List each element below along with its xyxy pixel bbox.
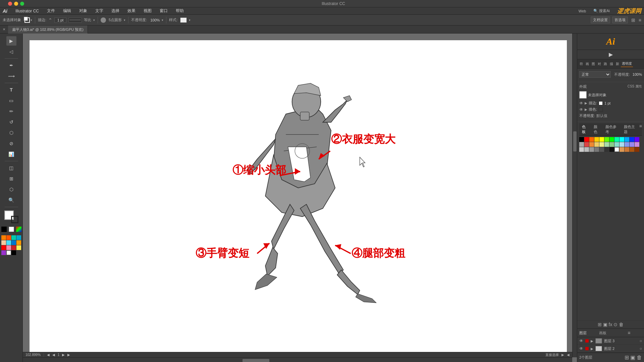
swatch-16[interactable] bbox=[599, 142, 604, 147]
swatch-23[interactable] bbox=[635, 142, 639, 147]
swatch-teal[interactable] bbox=[11, 235, 16, 240]
tab-swatches[interactable]: 色板 bbox=[579, 123, 591, 135]
tab-color-themes[interactable]: 颜色主题 bbox=[621, 123, 639, 135]
vertical-scroll-thumb[interactable] bbox=[573, 131, 577, 152]
align-panel-btn[interactable]: 对 bbox=[597, 61, 602, 67]
stroke-panel-btn[interactable]: 描 bbox=[609, 61, 614, 67]
appearance-fill-indicator[interactable] bbox=[579, 91, 587, 99]
swatch-red[interactable] bbox=[1, 245, 6, 250]
menu-object[interactable]: 对象 bbox=[78, 8, 89, 14]
fill-visibility-icon[interactable]: 👁 bbox=[579, 107, 583, 112]
stroke-color-indicator[interactable] bbox=[11, 216, 18, 223]
layer2-visibility-icon[interactable]: 👁 bbox=[579, 346, 583, 351]
zoom-tool[interactable]: 🔍 bbox=[6, 195, 16, 205]
delete-appearance-icon[interactable]: 🗑 bbox=[619, 322, 624, 327]
swatch-34[interactable] bbox=[630, 147, 634, 152]
menu-illustrator[interactable]: Illustrator CC bbox=[14, 9, 40, 13]
arrange-icon[interactable]: ⊞ bbox=[631, 17, 635, 23]
swatch-22[interactable] bbox=[630, 142, 634, 147]
reflect-tool[interactable]: ⬡ bbox=[6, 128, 16, 137]
new-layer-button[interactable]: ⊞ bbox=[625, 354, 629, 361]
layers-tab-label[interactable]: 图层 bbox=[579, 330, 594, 336]
play-icon[interactable]: ▶ bbox=[609, 51, 613, 58]
fill-stroke-indicator[interactable] bbox=[4, 210, 18, 223]
horizontal-scroll-thumb[interactable] bbox=[243, 359, 269, 362]
graph-tool[interactable]: 📊 bbox=[6, 149, 16, 159]
swatch-skin[interactable] bbox=[1, 240, 6, 245]
stroke-width-input[interactable]: 1 pt bbox=[54, 17, 66, 23]
new-layer-icon[interactable]: ⊞ bbox=[598, 322, 602, 327]
swatch-cyan[interactable] bbox=[16, 235, 21, 240]
swatch-4[interactable] bbox=[599, 137, 604, 142]
new-panel-btn[interactable]: 新 bbox=[615, 61, 620, 67]
swatch-32[interactable] bbox=[620, 147, 624, 152]
properties-icon[interactable]: ≡ bbox=[639, 17, 641, 23]
window-maximize-button[interactable] bbox=[20, 2, 24, 6]
new-artboard-button[interactable]: ▣ bbox=[630, 354, 635, 361]
fx-icon[interactable]: fx bbox=[609, 322, 612, 327]
window-minimize-button[interactable] bbox=[14, 2, 18, 6]
point-style-arrow[interactable]: ▾ bbox=[124, 18, 125, 22]
tab-color-guide[interactable]: 颜色参考 bbox=[603, 123, 621, 135]
menu-view[interactable]: 视图 bbox=[142, 8, 153, 14]
panel-menu-icon[interactable]: ≡ bbox=[639, 123, 642, 135]
swatch-35[interactable] bbox=[635, 147, 639, 152]
menu-select[interactable]: 选择 bbox=[110, 8, 121, 14]
blend-mode-select[interactable]: 正常 bbox=[579, 71, 611, 78]
swatch-6[interactable] bbox=[609, 137, 614, 142]
swatch-9[interactable] bbox=[625, 137, 629, 142]
menu-file[interactable]: 文件 bbox=[46, 8, 56, 14]
style-arrow[interactable]: ▾ bbox=[189, 18, 191, 22]
swatch-20[interactable] bbox=[620, 142, 624, 147]
mesh-tool[interactable]: ⊞ bbox=[6, 174, 16, 183]
swatch-8[interactable] bbox=[620, 137, 624, 142]
swatch-light-blue[interactable] bbox=[6, 240, 11, 245]
swatch-1[interactable] bbox=[584, 137, 589, 142]
swatch-0[interactable] bbox=[579, 137, 584, 142]
set-white-button[interactable] bbox=[9, 227, 14, 232]
pen-tool[interactable]: ✒ bbox=[6, 61, 16, 70]
stroke-color-appearance[interactable] bbox=[598, 101, 603, 106]
swatch-14[interactable] bbox=[589, 142, 594, 147]
layer2-lock-icon[interactable]: ○ bbox=[640, 346, 642, 351]
swatch-purple[interactable] bbox=[1, 250, 6, 255]
menu-edit[interactable]: 编辑 bbox=[62, 8, 72, 14]
vertical-scrollbar[interactable] bbox=[572, 34, 577, 357]
doc-settings-button[interactable]: 文档设置 bbox=[591, 16, 610, 23]
page-nav-prev[interactable]: ◀ bbox=[47, 353, 50, 357]
menu-window[interactable]: 窗口 bbox=[158, 8, 169, 14]
document-tab[interactable]: 扁平人物3.ai* @ 102.89% (RGB/GPU 预览) bbox=[8, 25, 88, 34]
workspace-selector[interactable]: Web bbox=[579, 9, 586, 13]
page-nav-back[interactable]: ◀ bbox=[52, 353, 55, 357]
layer2-expand-icon[interactable]: ▶ bbox=[591, 347, 593, 351]
artboards-tab-label[interactable]: 画板 bbox=[599, 330, 613, 336]
swatch-30[interactable] bbox=[609, 147, 614, 152]
copy-appearance-icon[interactable]: ⊙ bbox=[613, 322, 618, 327]
swatch-11[interactable] bbox=[635, 137, 639, 142]
swatch-28[interactable] bbox=[599, 147, 604, 152]
swatch-2[interactable] bbox=[589, 137, 594, 142]
tab-close-icon[interactable]: ✕ bbox=[3, 27, 5, 31]
type-tool[interactable]: T bbox=[6, 85, 16, 95]
swatch-black[interactable] bbox=[11, 250, 16, 255]
layer3-expand-icon[interactable]: ▶ bbox=[591, 339, 593, 343]
stroke-color-box[interactable] bbox=[24, 17, 30, 23]
pencil-tool[interactable]: ✏ bbox=[6, 107, 16, 116]
menu-effect[interactable]: 效果 bbox=[126, 8, 137, 14]
artboard-icon[interactable]: ▣ bbox=[603, 322, 607, 327]
window-close-button[interactable] bbox=[8, 2, 12, 6]
swatch-33[interactable] bbox=[625, 147, 629, 152]
swatch-dark-red[interactable] bbox=[11, 245, 16, 250]
stroke-type-arrow[interactable]: ▾ bbox=[93, 18, 95, 22]
rectangle-tool[interactable]: ▭ bbox=[6, 96, 16, 105]
swatch-31[interactable] bbox=[614, 147, 619, 152]
search-icon[interactable]: 🔍 搜索Ai bbox=[593, 8, 610, 13]
layer-item-3[interactable]: 👁 ▶ 图层 3 ○ bbox=[577, 337, 644, 345]
gradient-tool[interactable]: ◫ bbox=[6, 163, 16, 173]
status-bar-nav[interactable]: ◀ bbox=[567, 353, 570, 357]
swatch-26[interactable] bbox=[589, 147, 594, 152]
stroke-expand-icon[interactable]: ▶ bbox=[585, 101, 587, 105]
page-nav-last[interactable]: ▶ bbox=[67, 353, 70, 357]
layer-item-2[interactable]: 👁 ▶ 图层 2 ○ bbox=[577, 345, 644, 353]
image-panel-btn[interactable]: 图 bbox=[591, 61, 596, 67]
